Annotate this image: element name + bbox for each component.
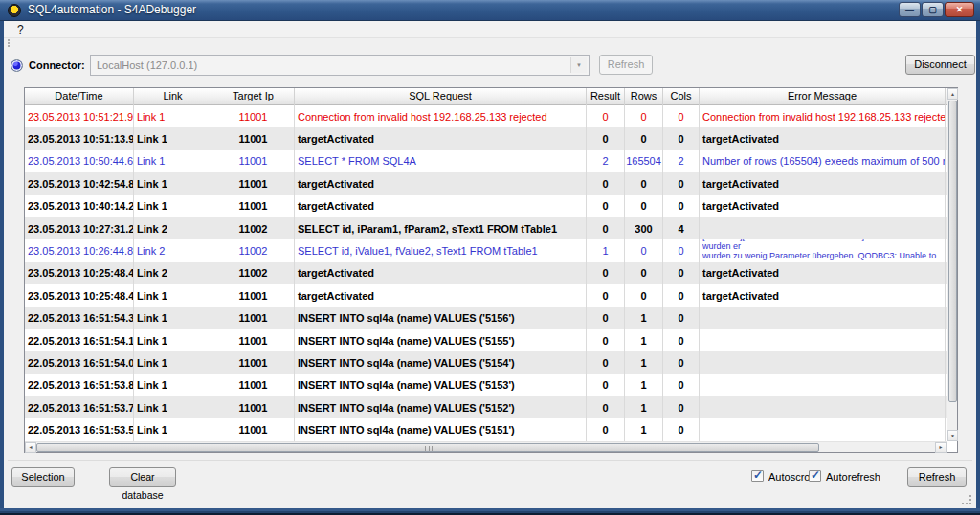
cell-error [700,351,946,373]
table-row[interactable]: 23.05.2013 10:25:48.410Link 211002target… [25,262,947,284]
cell-sql: INSERT INTO sql4a (name) VALUES ('5156') [295,307,587,329]
cell-sql: SELECT id, iParam1, fParam2, sText1 FROM… [295,217,587,239]
horizontal-scrollbar[interactable]: ◄ ► [25,441,947,452]
cell-rows: 1 [625,351,663,373]
chevron-down-icon[interactable]: ▼ [570,57,587,73]
table-row[interactable]: 23.05.2013 10:25:48.409Link 111001target… [25,284,947,306]
column-header-target_ip[interactable]: Target Ip [212,88,295,105]
scroll-up-icon[interactable]: ▲ [947,88,958,100]
cell-target_ip: 11001 [212,307,295,329]
table-row[interactable]: 23.05.2013 10:26:44.860Link 211002SELECT… [25,239,947,261]
table-row[interactable]: 22.05.2013 16:51:53.868Link 111001INSERT… [25,374,947,396]
cell-sql: targetActivated [295,172,587,194]
cell-link: Link 2 [134,262,212,284]
cell-link: Link 1 [134,172,212,194]
cell-target_ip: 11002 [212,262,295,284]
autoscroll-checkbox[interactable]: ✓ [751,470,764,482]
cell-datetime: 22.05.2013 16:51:54.028 [25,351,134,373]
table-row[interactable]: 23.05.2013 10:40:14.273Link 111001target… [25,195,947,217]
cell-target_ip: 11001 [212,284,295,306]
cell-cols: 0 [663,127,700,149]
column-header-cols[interactable]: Cols [663,88,700,105]
cell-datetime: 23.05.2013 10:25:48.410 [25,262,134,284]
disconnect-button[interactable]: Disconnect [905,55,975,75]
cell-error: Connection from invalid host 192.168.25.… [700,105,946,127]
cell-datetime: 23.05.2013 10:25:48.409 [25,284,134,306]
connector-combobox[interactable]: LocalHost (127.0.0.1) ▼ [90,55,590,76]
cell-link: Link 1 [134,351,212,373]
window-border-left [0,21,4,515]
footer-separator [8,460,972,461]
cell-link: Link 2 [134,239,212,261]
cell-link: Link 1 [134,195,212,217]
column-header-link[interactable]: Link [134,88,212,105]
clear-database-button[interactable]: Clear database [109,467,176,487]
cell-datetime: 23.05.2013 10:40:14.273 [25,195,134,217]
cell-cols: 0 [663,351,700,373]
column-header-sql[interactable]: SQL Request [295,88,587,105]
cell-sql: targetActivated [295,262,587,284]
cell-result: 0 [587,351,625,373]
cell-result: 0 [587,284,625,306]
column-header-datetime[interactable]: Date/Time [25,88,134,105]
cell-target_ip: 11001 [212,105,295,127]
selection-button[interactable]: Selection [11,467,75,487]
column-header-error[interactable]: Error Message [700,88,946,105]
minimize-button[interactable]: — [899,2,921,17]
cell-datetime: 23.05.2013 10:27:31.274 [25,217,134,239]
horizontal-scrollbar-thumb[interactable] [36,443,819,452]
table-row[interactable]: 23.05.2013 10:51:13.925Link 111001target… [25,127,947,149]
cell-cols: 0 [663,195,700,217]
table-row[interactable]: 22.05.2013 16:51:54.348Link 111001INSERT… [25,307,947,329]
close-icon: ✕ [956,5,964,14]
cell-target_ip: 11002 [212,217,295,239]
cell-rows: 1 [625,418,663,440]
vertical-scrollbar-thumb[interactable] [948,101,957,402]
cell-cols: 0 [663,396,700,418]
cell-error: targetActivated [700,127,946,149]
cell-rows: 0 [625,262,663,284]
table-row[interactable]: 23.05.2013 10:42:54.817Link 111001target… [25,172,947,194]
maximize-button[interactable]: ▢ [922,2,944,17]
scroll-left-icon[interactable]: ◄ [25,442,36,453]
cell-cols: 0 [663,172,700,194]
title-bar[interactable]: SQL4automation - S4ADebugger — ▢ ✕ [0,0,980,21]
close-button[interactable]: ✕ [945,2,974,17]
cell-error: targetActivated [700,172,946,194]
cell-result: 0 [587,127,625,149]
table-row[interactable]: 22.05.2013 16:51:54.028Link 111001INSERT… [25,351,947,373]
toolbar-grip-icon[interactable] [8,39,11,47]
cell-rows: 0 [625,127,663,149]
cell-result: 0 [587,329,625,351]
column-header-rows[interactable]: Rows [625,88,663,105]
table-row[interactable]: 23.05.2013 10:51:21.988Link 111001Connec… [25,105,947,127]
table-row[interactable]: 22.05.2013 16:51:53.708Link 111001INSERT… [25,396,947,418]
menu-help[interactable]: ? [12,21,29,38]
table-row[interactable]: 22.05.2013 16:51:53.546Link 111001INSERT… [25,418,947,440]
vertical-scrollbar[interactable]: ▲ ▼ [947,88,957,441]
connector-combobox-value: LocalHost (127.0.0.1) [97,59,197,71]
scroll-down-icon[interactable]: ▼ [947,430,958,441]
cell-result: 0 [587,195,625,217]
cell-sql: targetActivated [295,195,587,217]
cell-result: 0 [587,307,625,329]
table-row[interactable]: 23.05.2013 10:27:31.274Link 211002SELECT… [25,217,947,239]
cell-sql: SELECT id, iValue1, fValue2, sText1 FROM… [295,239,587,261]
connector-refresh-button[interactable]: Refresh [599,55,653,75]
autorefresh-checkbox[interactable]: ✓ [809,470,821,482]
column-header-result[interactable]: Result [587,88,625,105]
cell-cols: 0 [663,262,700,284]
scroll-right-icon[interactable]: ► [935,442,947,453]
table-row[interactable]: 23.05.2013 10:50:44.627Link 111001SELECT… [25,150,947,172]
cell-target_ip: 11001 [212,172,295,194]
cell-error [700,307,946,329]
cell-rows: 0 [625,195,663,217]
cell-link: Link 1 [134,374,212,396]
cell-target_ip: 11001 [212,351,295,373]
resize-grip-icon[interactable] [961,494,972,505]
table-row[interactable]: 22.05.2013 16:51:54.188Link 111001INSERT… [25,329,947,351]
refresh-button[interactable]: Refresh [907,467,967,487]
connector-status-radio[interactable] [11,59,23,72]
cell-sql: Connection from invalid host 192.168.25.… [295,105,587,127]
cell-target_ip: 11001 [212,374,295,396]
